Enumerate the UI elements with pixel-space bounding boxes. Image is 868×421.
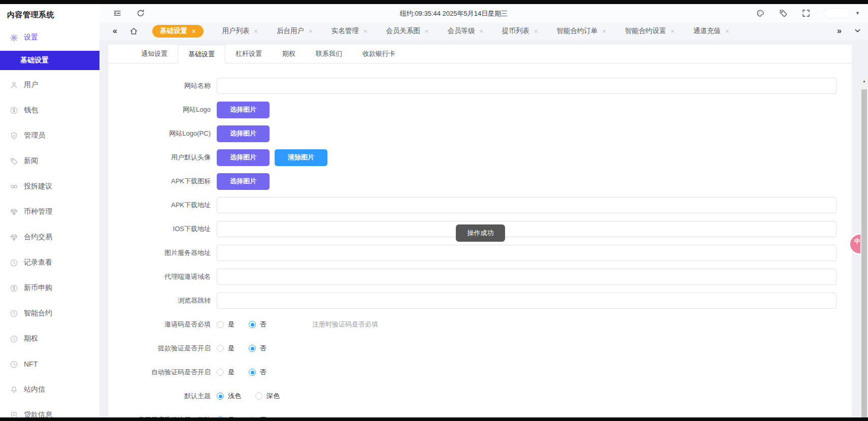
tabs-scroll-left-icon[interactable]: «: [113, 26, 117, 36]
tab-withdraw-list[interactable]: 提币列表 ×: [502, 26, 538, 36]
choose-image-button[interactable]: 选择图片: [217, 173, 270, 190]
sidebar-item-feedback[interactable]: 投拆建议: [0, 174, 99, 199]
tabs-scroll-right-icon[interactable]: »: [837, 22, 842, 40]
sidebar-item-wallet[interactable]: 钱包: [0, 98, 99, 123]
sidebar-item-coin-management[interactable]: 币种管理: [0, 199, 99, 224]
sidebar-item-new-coin[interactable]: 新币申购: [0, 275, 99, 301]
tab-channel-recharge[interactable]: 通道充值 ×: [693, 26, 729, 36]
field-label: 自动验证码是否开启: [108, 368, 217, 377]
sidebar-item-contract-trade[interactable]: 合约交易: [0, 224, 99, 250]
radio-no[interactable]: 否: [249, 320, 266, 329]
radio-light-theme[interactable]: 浅色: [217, 392, 241, 401]
gem-icon: [10, 208, 18, 216]
settings-tab-bank-card[interactable]: 收款银行卡: [352, 45, 406, 63]
refresh-icon[interactable]: [136, 9, 145, 18]
field-label: APK下载地址: [108, 201, 217, 210]
settings-tab-leverage[interactable]: 杠杆设置: [225, 45, 272, 63]
main-area: 纽约:09:35:44 2025年5月14日星期三 ▼ « 基础设置 × 用户列…: [99, 4, 868, 417]
collapse-sidebar-icon[interactable]: [113, 9, 122, 18]
sidebar-item-label: 设置: [24, 33, 38, 42]
open-tabs: 基础设置 × 用户列表 × 后台用户 × 实名管理 × 会员关系图 ×: [152, 25, 729, 38]
tab-smart-contract-settings[interactable]: 智能合约设置 ×: [625, 26, 675, 36]
close-icon[interactable]: ×: [479, 27, 483, 35]
field-label: 默认主题: [108, 392, 217, 401]
field-label: APK下载图标: [108, 177, 217, 186]
settings-tab-contact[interactable]: 联系我们: [306, 45, 352, 63]
close-icon[interactable]: ×: [309, 27, 313, 35]
close-icon[interactable]: ×: [534, 27, 538, 35]
choose-image-button[interactable]: 选择图片: [217, 102, 270, 118]
radio-yes[interactable]: 是: [217, 320, 235, 329]
close-icon[interactable]: ×: [363, 27, 368, 35]
dollar-circle-icon: [10, 106, 18, 115]
tab-smart-contract-orders[interactable]: 智能合约订单 ×: [557, 26, 607, 36]
radio-dark-theme[interactable]: 深色: [255, 392, 280, 401]
home-icon[interactable]: [129, 27, 138, 36]
tab-kyc[interactable]: 实名管理 ×: [331, 26, 368, 36]
apk-download-url-input[interactable]: [217, 197, 837, 213]
tab-basic-settings[interactable]: 基础设置 ×: [152, 25, 204, 38]
close-icon[interactable]: ×: [725, 27, 729, 35]
image-server-url-input[interactable]: [217, 245, 837, 261]
header-actions: ▼: [756, 4, 860, 22]
browser-redirect-input[interactable]: [217, 293, 837, 309]
field-label: 网站Logo: [108, 105, 217, 114]
tab-member-graph[interactable]: 会员关系图 ×: [386, 26, 428, 36]
form-row: 代理端邀请域名: [108, 269, 852, 285]
tab-member-level[interactable]: 会员等级 ×: [447, 26, 483, 36]
settings-tab-options[interactable]: 期权: [272, 45, 306, 63]
scrollbar-up-icon[interactable]: ▲: [860, 77, 868, 84]
tab-user-list[interactable]: 用户列表 ×: [222, 26, 258, 36]
caret-down-icon[interactable]: ▼: [855, 11, 860, 16]
sidebar-item-records[interactable]: 记录查看: [0, 250, 99, 275]
scrollbar-thumb[interactable]: [861, 89, 867, 417]
radio-no[interactable]: 否: [249, 344, 266, 353]
sidebar-item-site-mail[interactable]: 站内信: [0, 377, 99, 402]
choose-image-button[interactable]: 选择图片: [217, 125, 270, 142]
sidebar-item-users[interactable]: 用户: [0, 72, 99, 98]
close-icon[interactable]: ×: [671, 27, 675, 35]
sidebar-item-label: 钱包: [24, 106, 38, 115]
field-label: 网站名称: [108, 81, 217, 90]
form-row: 是否开启手机注册、登陆 是 否: [108, 412, 852, 417]
site-name-input[interactable]: [217, 78, 837, 94]
sidebar: 内容管理系统 设置 基础设置 用户 钱包 管理员: [0, 4, 99, 417]
sidebar-item-news[interactable]: 新闻: [0, 148, 99, 174]
clear-image-button[interactable]: 清除图片: [275, 149, 327, 166]
settings-tab-basic[interactable]: 基础设置: [178, 45, 225, 63]
field-label: 邀请码是否必填: [108, 320, 217, 329]
tabs-dropdown-icon[interactable]: [853, 26, 862, 35]
translate-icon: 中: [854, 237, 860, 246]
radio-icon: [217, 345, 224, 352]
close-icon[interactable]: ×: [192, 27, 196, 35]
radio-yes[interactable]: 是: [217, 368, 235, 377]
form-row: 网站名称: [108, 78, 852, 94]
sidebar-item-settings[interactable]: 设置: [0, 26, 99, 49]
sidebar-item-nft[interactable]: NFT: [0, 351, 99, 377]
close-icon[interactable]: ×: [254, 27, 258, 35]
user-menu[interactable]: [824, 9, 850, 18]
sidebar-item-label: 期权: [24, 334, 38, 343]
theme-palette-icon[interactable]: [756, 9, 765, 18]
radio-yes[interactable]: 是: [217, 344, 235, 353]
sidebar-item-smart-contract[interactable]: 智能合约: [0, 301, 99, 326]
radio-no[interactable]: 否: [249, 368, 266, 377]
tab-backend-users[interactable]: 后台用户 ×: [277, 26, 313, 36]
close-icon[interactable]: ×: [603, 27, 607, 35]
vertical-scrollbar[interactable]: ▲: [860, 77, 868, 417]
radio-icon: [217, 321, 224, 328]
dollar-circle-icon: [10, 284, 18, 293]
sidebar-item-label: 新闻: [24, 156, 38, 166]
sidebar-item-basic-settings-active[interactable]: 基础设置: [0, 51, 99, 70]
close-icon[interactable]: ×: [425, 27, 429, 35]
settings-tab-notify[interactable]: 通知设置: [131, 45, 178, 63]
agent-invite-domain-input[interactable]: [217, 269, 837, 285]
sidebar-item-admins[interactable]: 管理员: [0, 123, 99, 148]
ios-download-url-input[interactable]: [217, 221, 837, 237]
sidebar-item-label: 合约交易: [24, 233, 52, 242]
choose-image-button[interactable]: 选择图片: [217, 149, 270, 166]
form-row: 用户默认头像 选择图片 清除图片: [108, 149, 852, 166]
sidebar-item-options[interactable]: 期权: [0, 326, 99, 351]
tag-icon[interactable]: [779, 9, 788, 18]
fullscreen-icon[interactable]: [802, 9, 811, 18]
